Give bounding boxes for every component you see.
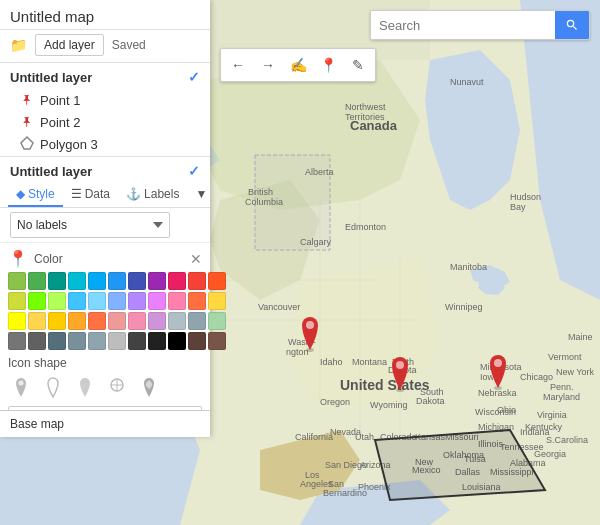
- color-swatch[interactable]: [108, 272, 126, 290]
- svg-text:Idaho: Idaho: [320, 357, 343, 367]
- icon-shape-4[interactable]: [104, 374, 130, 400]
- layer-2-header[interactable]: Untitled layer ✓: [0, 157, 210, 183]
- color-swatch[interactable]: [188, 332, 206, 350]
- color-swatch[interactable]: [168, 272, 186, 290]
- color-swatch[interactable]: [188, 292, 206, 310]
- svg-point-79: [19, 381, 24, 386]
- color-picker-close-button[interactable]: ✕: [190, 252, 202, 266]
- color-picker-header: 📍 Color ✕: [8, 249, 202, 268]
- color-swatch[interactable]: [48, 332, 66, 350]
- color-swatch[interactable]: [8, 312, 26, 330]
- color-swatch[interactable]: [8, 292, 26, 310]
- color-swatch[interactable]: [128, 272, 146, 290]
- svg-text:California: California: [295, 432, 333, 442]
- map-title: Untitled map: [10, 8, 94, 25]
- point-1-label: Point 1: [40, 93, 80, 108]
- tab-style-label: Style: [28, 187, 55, 201]
- pin-tool-button[interactable]: 📍: [314, 52, 342, 78]
- color-swatch[interactable]: [68, 272, 86, 290]
- color-swatch[interactable]: [88, 292, 106, 310]
- svg-text:Wyoming: Wyoming: [370, 400, 407, 410]
- color-swatch[interactable]: [108, 292, 126, 310]
- icon-shape-2[interactable]: [40, 374, 66, 400]
- draw-tool-button[interactable]: ✎: [344, 52, 372, 78]
- svg-text:Territories: Territories: [345, 112, 385, 122]
- panel-toolbar: 📁 Add layer Saved: [0, 30, 210, 63]
- color-swatch[interactable]: [208, 292, 226, 310]
- tab-labels-icon: ⚓: [126, 187, 141, 201]
- svg-text:Northwest: Northwest: [345, 102, 386, 112]
- add-layer-button[interactable]: Add layer: [35, 34, 104, 56]
- color-swatch[interactable]: [8, 332, 26, 350]
- layer-1-header[interactable]: Untitled layer ✓: [0, 63, 210, 89]
- color-swatch[interactable]: [88, 332, 106, 350]
- svg-marker-78: [21, 137, 33, 149]
- color-swatch[interactable]: [48, 292, 66, 310]
- color-swatch[interactable]: [28, 312, 46, 330]
- color-swatch[interactable]: [8, 272, 26, 290]
- hand-tool-button[interactable]: ✍: [284, 52, 312, 78]
- color-swatch[interactable]: [168, 312, 186, 330]
- color-swatch[interactable]: [68, 292, 86, 310]
- svg-text:San Diego: San Diego: [325, 460, 367, 470]
- svg-text:Kentucky: Kentucky: [525, 422, 563, 432]
- color-swatch[interactable]: [28, 272, 46, 290]
- color-swatch[interactable]: [128, 292, 146, 310]
- tab-data[interactable]: ☰ Data: [63, 183, 118, 207]
- polygon-3-item[interactable]: Polygon 3: [0, 133, 210, 156]
- tab-more[interactable]: ▼: [187, 183, 215, 207]
- icon-shapes-row: [8, 374, 202, 400]
- color-swatch[interactable]: [208, 332, 226, 350]
- undo-button[interactable]: ←: [224, 52, 252, 78]
- color-swatch[interactable]: [168, 292, 186, 310]
- color-swatch[interactable]: [88, 312, 106, 330]
- tab-style[interactable]: ◆ Style: [8, 183, 63, 207]
- svg-text:United States: United States: [340, 377, 430, 393]
- icon-shape-3[interactable]: [72, 374, 98, 400]
- color-swatch[interactable]: [48, 272, 66, 290]
- svg-text:Bay: Bay: [510, 202, 526, 212]
- search-button[interactable]: [555, 10, 589, 40]
- color-picker-label-text: Color: [34, 252, 63, 266]
- layer-1-title: Untitled layer: [10, 70, 92, 85]
- search-bar[interactable]: [370, 10, 590, 40]
- color-swatch[interactable]: [88, 272, 106, 290]
- no-labels-row: No labels: [0, 208, 210, 242]
- color-swatch[interactable]: [28, 292, 46, 310]
- svg-text:Dakota: Dakota: [416, 396, 445, 406]
- tab-labels[interactable]: ⚓ Labels: [118, 183, 187, 207]
- color-swatch[interactable]: [148, 312, 166, 330]
- point-2-item[interactable]: 🖈 Point 2: [0, 111, 210, 133]
- color-swatch[interactable]: [208, 312, 226, 330]
- color-swatch[interactable]: [148, 292, 166, 310]
- color-swatch[interactable]: [168, 332, 186, 350]
- color-picker-popup: 📍 Color ✕ Icon shape: [0, 242, 210, 436]
- point-1-item[interactable]: 🖈 Point 1: [0, 89, 210, 111]
- color-swatch[interactable]: [148, 272, 166, 290]
- base-map-button[interactable]: Base map: [0, 410, 210, 437]
- color-swatch[interactable]: [108, 312, 126, 330]
- svg-text:Penn.: Penn.: [550, 382, 574, 392]
- icon-shape-5[interactable]: [136, 374, 162, 400]
- color-swatch[interactable]: [48, 312, 66, 330]
- color-swatch[interactable]: [188, 312, 206, 330]
- color-swatch[interactable]: [188, 272, 206, 290]
- polygon-3-icon: [20, 136, 34, 153]
- icon-shape-1[interactable]: [8, 374, 34, 400]
- labels-select[interactable]: No labels: [10, 212, 170, 238]
- color-swatch[interactable]: [148, 332, 166, 350]
- folder-icon[interactable]: 📁: [10, 37, 27, 53]
- color-swatch[interactable]: [68, 332, 86, 350]
- svg-text:Manitoba: Manitoba: [450, 262, 487, 272]
- search-input[interactable]: [371, 11, 555, 39]
- color-swatch[interactable]: [208, 272, 226, 290]
- color-swatch[interactable]: [128, 332, 146, 350]
- svg-text:Alberta: Alberta: [305, 167, 334, 177]
- color-swatch[interactable]: [108, 332, 126, 350]
- tab-data-label: Data: [85, 187, 110, 201]
- color-swatch[interactable]: [28, 332, 46, 350]
- color-swatch[interactable]: [128, 312, 146, 330]
- color-swatch[interactable]: [68, 312, 86, 330]
- redo-button[interactable]: →: [254, 52, 282, 78]
- layer-tabs: ◆ Style ☰ Data ⚓ Labels ▼: [0, 183, 210, 208]
